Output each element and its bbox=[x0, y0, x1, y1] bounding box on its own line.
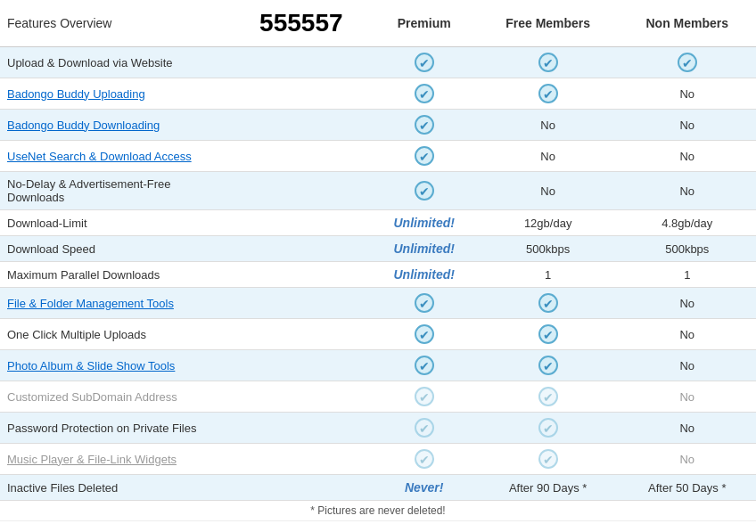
col-header-features: Features Overview bbox=[0, 0, 232, 47]
feature-cell: Photo Album & Slide Show Tools bbox=[0, 350, 232, 381]
non-cell: No bbox=[619, 110, 756, 141]
free-cell: 500kbps bbox=[478, 236, 619, 262]
footer-bar: Choose Your Option : Go Premium! Go Free… bbox=[0, 520, 756, 532]
feature-cell: Download-Limit bbox=[0, 210, 232, 236]
feature-cell: Customized SubDomain Address bbox=[0, 381, 232, 413]
feature-cell: Music Player & File-Link Widgets bbox=[0, 444, 232, 475]
premium-cell: ✔ bbox=[371, 350, 478, 381]
free-cell: 1 bbox=[478, 262, 619, 288]
separator-cell bbox=[232, 210, 371, 236]
separator-cell bbox=[232, 381, 371, 413]
col-header-free: Free Members bbox=[478, 0, 619, 47]
free-cell: No bbox=[478, 172, 619, 210]
checkmark-icon: ✔ bbox=[415, 356, 434, 375]
checkmark-icon: ✔ bbox=[415, 115, 434, 135]
features-table: Features Overview 555557 Premium Free Me… bbox=[0, 0, 756, 520]
checkmark-dim-icon: ✔ bbox=[415, 449, 434, 469]
checkmark-dim-icon: ✔ bbox=[538, 418, 558, 438]
free-cell: ✔ bbox=[478, 444, 619, 475]
free-cell: ✔ bbox=[478, 350, 619, 381]
non-cell: No bbox=[619, 172, 756, 210]
non-cell: No bbox=[619, 288, 756, 319]
feature-cell: Download Speed bbox=[0, 236, 232, 262]
separator-cell bbox=[232, 172, 371, 210]
checkmark-dim-icon: ✔ bbox=[538, 449, 558, 469]
separator-cell bbox=[232, 413, 371, 444]
checkmark-dim-icon: ✔ bbox=[538, 387, 558, 406]
premium-cell: Unlimited! bbox=[371, 236, 478, 262]
premium-cell: ✔ bbox=[371, 288, 478, 319]
premium-cell: ✔ bbox=[371, 381, 478, 413]
free-cell: ✔ bbox=[478, 78, 619, 110]
free-cell: No bbox=[478, 110, 619, 141]
checkmark-icon: ✔ bbox=[415, 84, 434, 103]
checkmark-icon: ✔ bbox=[538, 324, 558, 344]
separator-cell bbox=[232, 78, 371, 110]
checkmark-dim-icon: ✔ bbox=[415, 387, 434, 406]
premium-cell: ✔ bbox=[371, 444, 478, 475]
col-header-premium: Premium bbox=[371, 0, 478, 47]
feature-cell: File & Folder Management Tools bbox=[0, 288, 232, 319]
feature-cell: One Click Multiple Uploads bbox=[0, 319, 232, 350]
separator-cell bbox=[232, 288, 371, 319]
premium-cell: ✔ bbox=[371, 319, 478, 350]
separator-cell bbox=[232, 319, 371, 350]
features-table-container: Features Overview 555557 Premium Free Me… bbox=[0, 0, 756, 532]
free-cell: ✔ bbox=[478, 288, 619, 319]
feature-cell: UseNet Search & Download Access bbox=[0, 141, 232, 172]
checkmark-dim-icon: ✔ bbox=[415, 418, 434, 438]
checkmark-icon: ✔ bbox=[415, 181, 434, 201]
non-cell: No bbox=[619, 319, 756, 350]
feature-cell: Badongo Buddy Uploading bbox=[0, 78, 232, 110]
separator-cell bbox=[232, 444, 371, 475]
non-cell: No bbox=[619, 381, 756, 413]
feature-cell: Upload & Download via Website bbox=[0, 47, 232, 78]
checkmark-icon: ✔ bbox=[415, 293, 434, 313]
free-cell: ✔ bbox=[478, 47, 619, 78]
premium-cell: ✔ bbox=[371, 78, 478, 110]
non-cell: 4.8gb/day bbox=[619, 210, 756, 236]
non-cell: No bbox=[619, 350, 756, 381]
checkmark-icon: ✔ bbox=[415, 146, 434, 166]
premium-cell: ✔ bbox=[371, 141, 478, 172]
non-cell: After 50 Days * bbox=[619, 475, 756, 501]
feature-cell: Password Protection on Private Files bbox=[0, 413, 232, 444]
feature-cell: Maximum Parallel Downloads bbox=[0, 262, 232, 288]
feature-cell: Inactive Files Deleted bbox=[0, 475, 232, 501]
note-cell: * Pictures are never deleted! bbox=[0, 501, 756, 521]
free-cell: After 90 Days * bbox=[478, 475, 619, 501]
non-cell: No bbox=[619, 141, 756, 172]
premium-cell: Unlimited! bbox=[371, 210, 478, 236]
non-cell: 1 bbox=[619, 262, 756, 288]
premium-cell: Never! bbox=[371, 475, 478, 501]
checkmark-icon: ✔ bbox=[538, 84, 558, 103]
non-cell: No bbox=[619, 413, 756, 444]
checkmark-icon: ✔ bbox=[415, 324, 434, 344]
free-cell: No bbox=[478, 141, 619, 172]
separator-cell bbox=[232, 350, 371, 381]
premium-cell: ✔ bbox=[371, 47, 478, 78]
separator-cell bbox=[232, 141, 371, 172]
checkmark-icon: ✔ bbox=[538, 293, 558, 313]
non-cell: No bbox=[619, 78, 756, 110]
free-cell: ✔ bbox=[478, 319, 619, 350]
non-cell: ✔ bbox=[619, 47, 756, 78]
col-header-premium-number: 555557 bbox=[232, 0, 371, 47]
premium-cell: ✔ bbox=[371, 413, 478, 444]
separator-cell bbox=[232, 47, 371, 78]
checkmark-icon: ✔ bbox=[678, 53, 697, 72]
separator-cell bbox=[232, 236, 371, 262]
col-header-non: Non Members bbox=[619, 0, 756, 47]
free-cell: 12gb/day bbox=[478, 210, 619, 236]
feature-cell: Badongo Buddy Downloading bbox=[0, 110, 232, 141]
free-cell: ✔ bbox=[478, 413, 619, 444]
free-cell: ✔ bbox=[478, 381, 619, 413]
separator-cell bbox=[232, 262, 371, 288]
separator-cell bbox=[232, 475, 371, 501]
checkmark-icon: ✔ bbox=[538, 53, 558, 72]
premium-cell: ✔ bbox=[371, 110, 478, 141]
separator-cell bbox=[232, 110, 371, 141]
checkmark-icon: ✔ bbox=[538, 356, 558, 375]
checkmark-icon: ✔ bbox=[415, 53, 434, 72]
premium-cell: Unlimited! bbox=[371, 262, 478, 288]
